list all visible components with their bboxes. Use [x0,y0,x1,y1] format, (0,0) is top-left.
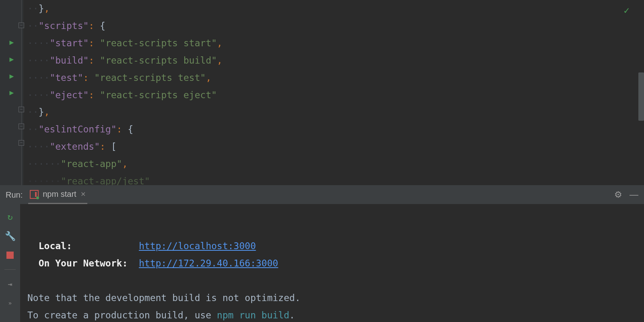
code-content[interactable]: ··},··"scripts": {····"start": "react-sc… [23,0,644,185]
inspection-ok-icon[interactable]: ✓ [624,5,630,16]
console-note-2a: To create a production build, use [27,310,217,320]
run-side-toolbar: ↻ 🔧 ⇥ » [0,204,20,322]
wrench-icon[interactable]: 🔧 [5,231,15,241]
network-label: On Your Network: [39,258,128,268]
run-label: Run: [6,190,23,200]
run-tab-label: npm start [43,190,76,199]
stop-icon [6,252,14,259]
scroll-to-end-icon[interactable]: ⇥ [5,279,15,289]
code-line[interactable]: ··"scripts": { [27,17,644,35]
run-header: Run: npm start ✕ ⚙ — [0,186,644,204]
code-line[interactable]: ····"extends": [ [27,138,644,155]
code-line[interactable]: ··"eslintConfig": { [27,121,644,138]
npm-icon [30,190,39,199]
editor-scrollbar[interactable] [638,72,644,121]
run-gutter-icon[interactable]: ▶ [10,55,14,63]
run-gutter-icon[interactable]: ▶ [10,72,14,80]
code-line[interactable]: ······"react-app/jest" [27,173,644,185]
more-icon[interactable]: » [5,298,15,308]
rerun-icon[interactable]: ↻ [5,211,15,222]
close-tab-icon[interactable]: ✕ [80,190,86,198]
stop-button[interactable] [5,250,15,260]
run-gutter-icon[interactable]: ▶ [10,88,14,97]
run-gutter-icon[interactable]: ▶ [10,38,14,46]
console-output[interactable]: Local: http://localhost:3000 On Your Net… [20,204,644,322]
console-note-1: Note that the development build is not o… [27,293,301,303]
code-line[interactable]: ··}, [27,0,644,17]
code-line[interactable]: ····"eject": "react-scripts eject" [27,87,644,104]
code-line[interactable]: ····"test": "react-scripts test", [27,69,644,87]
network-url-link[interactable]: http://172.29.40.166:3000 [139,258,278,268]
editor-gutter: −▶▶▶▶−−− [0,0,23,185]
run-tool-window: Run: npm start ✕ ⚙ — ↻ 🔧 ⇥ » Local: http… [0,185,644,322]
minimize-icon[interactable]: — [630,190,638,200]
local-label: Local: [39,241,72,251]
code-editor[interactable]: −▶▶▶▶−−− ··},··"scripts": {····"start": … [0,0,644,185]
gear-icon[interactable]: ⚙ [614,190,622,200]
run-tab-npm-start[interactable]: npm start ✕ [28,186,87,204]
local-url-link[interactable]: http://localhost:3000 [139,241,256,251]
console-cmd: npm run build [217,310,289,320]
code-line[interactable]: ····"start": "react-scripts start", [27,35,644,52]
console-note-2b: . [289,310,295,320]
code-line[interactable]: ··}, [27,103,644,121]
code-line[interactable]: ····"build": "react-scripts build", [27,52,644,69]
code-line[interactable]: ······"react-app", [27,155,644,173]
